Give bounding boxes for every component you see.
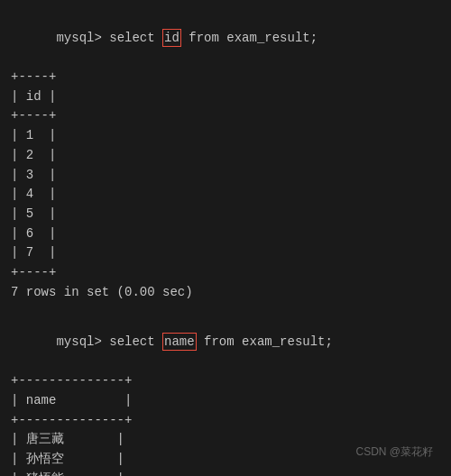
terminal: mysql> select id from exam_result; +----…	[11, 9, 440, 467]
q1-row-7: | 7 |	[11, 243, 440, 263]
q1-row-1: | 1 |	[11, 126, 440, 146]
q2-border-top: +--------------+	[11, 371, 440, 391]
watermark: CSDN @菜花籽	[355, 444, 433, 460]
table1: exam_result;	[226, 31, 318, 45]
q1-row-4: | 4 |	[11, 185, 440, 205]
q1-row-3: | 3 |	[11, 166, 440, 186]
highlight-name: name	[162, 333, 197, 351]
spacer	[11, 304, 440, 313]
q1-border-mid: +----+	[11, 106, 440, 126]
q1-row-6: | 6 |	[11, 224, 440, 244]
select1: select	[109, 31, 162, 45]
table2: exam_result;	[242, 334, 333, 349]
prompt2: mysql>	[56, 334, 109, 349]
from2: from	[197, 334, 242, 349]
q2-border-mid: +--------------+	[11, 411, 440, 431]
q1-row-2: | 2 |	[11, 146, 440, 166]
q1-result: 7 rows in set (0.00 sec)	[11, 283, 440, 303]
query2-line: mysql> select name from exam_result;	[11, 313, 440, 371]
q1-border-bot: +----+	[11, 263, 440, 283]
q1-border-top: +----+	[11, 68, 440, 87]
select2: select	[109, 334, 162, 349]
prompt1: mysql>	[56, 31, 109, 45]
query1-section: mysql> select id from exam_result; +----…	[11, 9, 440, 302]
from1: from	[181, 31, 226, 45]
q1-row-5: | 5 |	[11, 205, 440, 224]
highlight-id: id	[162, 29, 181, 47]
q2-header: | name |	[11, 391, 440, 411]
query1-line: mysql> select id from exam_result;	[11, 9, 440, 68]
q1-header: | id |	[11, 87, 440, 107]
q2-row-3: | 猪悟能 |	[11, 470, 440, 476]
